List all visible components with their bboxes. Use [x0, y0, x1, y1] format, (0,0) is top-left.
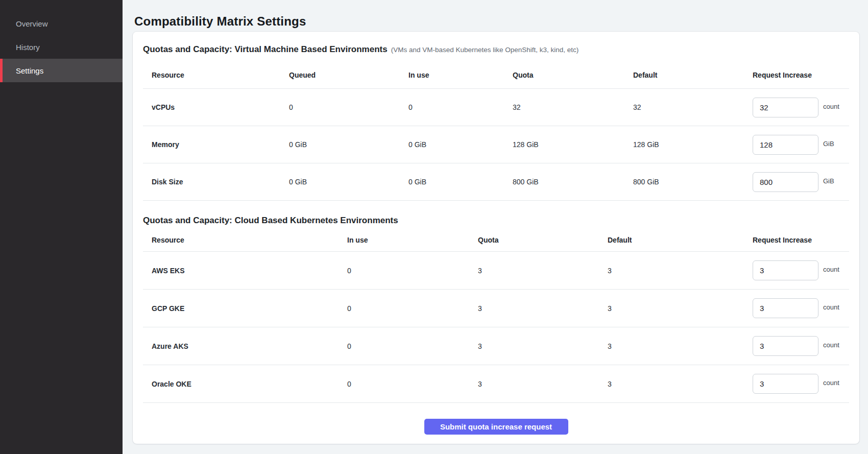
- unit-label: GiB: [823, 177, 834, 185]
- unit-label: count: [823, 103, 839, 110]
- table-row-oracle-oke: Oracle OKE 0 3 3 count: [143, 365, 849, 403]
- in-use-value: 0: [347, 267, 478, 275]
- col-header-queued: Queued: [289, 71, 408, 79]
- azure-aks-request-input[interactable]: [753, 336, 818, 356]
- resource-label: Oracle OKE: [143, 380, 347, 388]
- col-header-in-use: In use: [408, 71, 513, 79]
- col-header-resource: Resource: [143, 236, 347, 244]
- disk-size-request-input[interactable]: [753, 172, 818, 192]
- col-header-request-increase: Request Increase: [753, 71, 849, 79]
- sidebar-item-label: History: [16, 43, 40, 52]
- table-row-disk-size: Disk Size 0 GiB 0 GiB 800 GiB 800 GiB Gi…: [143, 163, 849, 201]
- default-value: 128 GiB: [633, 140, 753, 149]
- in-use-value: 0 GiB: [408, 178, 513, 186]
- sidebar-item-overview[interactable]: Overview: [0, 12, 123, 35]
- memory-request-input[interactable]: [753, 135, 818, 155]
- quota-value: 32: [513, 103, 633, 111]
- in-use-value: 0: [347, 380, 478, 388]
- table-row-gcp-gke: GCP GKE 0 3 3 count: [143, 290, 849, 327]
- table-row-azure-aks: Azure AKS 0 3 3 count: [143, 327, 849, 365]
- default-value: 800 GiB: [633, 178, 753, 186]
- cloud-table-header: Resource In use Quota Default Request In…: [143, 226, 849, 252]
- quota-settings-card: Quotas and Capacity: Virtual Machine Bas…: [133, 32, 859, 444]
- table-row-aws-eks: AWS EKS 0 3 3 count: [143, 252, 849, 290]
- table-row-vcpus: vCPUs 0 0 32 32 count: [143, 89, 849, 126]
- quota-value: 3: [478, 304, 608, 313]
- col-header-resource: Resource: [143, 71, 289, 79]
- col-header-default: Default: [608, 236, 753, 244]
- section-subtitle: (VMs and VM-based Kubernetes like OpenSh…: [391, 46, 579, 54]
- section-title-text: Quotas and Capacity: Cloud Based Kuberne…: [143, 216, 398, 225]
- main-content: Compatibility Matrix Settings Quotas and…: [123, 0, 868, 444]
- table-row-memory: Memory 0 GiB 0 GiB 128 GiB 128 GiB GiB: [143, 126, 849, 163]
- resource-label: Memory: [143, 140, 289, 149]
- queued-value: 0: [289, 103, 408, 111]
- in-use-value: 0 GiB: [408, 140, 513, 149]
- in-use-value: 0: [347, 342, 478, 350]
- default-value: 32: [633, 103, 753, 111]
- section-title-cloud-kubernetes: Quotas and Capacity: Cloud Based Kuberne…: [143, 201, 849, 226]
- unit-label: count: [823, 303, 839, 311]
- default-value: 3: [608, 304, 753, 313]
- queued-value: 0 GiB: [289, 178, 408, 186]
- queued-value: 0 GiB: [289, 140, 408, 149]
- col-header-default: Default: [633, 71, 753, 79]
- unit-label: count: [823, 341, 839, 349]
- oracle-oke-request-input[interactable]: [753, 374, 818, 394]
- sidebar-item-label: Overview: [16, 19, 48, 28]
- aws-eks-request-input[interactable]: [753, 260, 818, 280]
- quota-value: 800 GiB: [513, 178, 633, 186]
- col-header-in-use: In use: [347, 236, 478, 244]
- sidebar-item-settings[interactable]: Settings: [0, 59, 123, 82]
- section-title-text: Quotas and Capacity: Virtual Machine Bas…: [143, 44, 388, 54]
- page-title: Compatibility Matrix Settings: [133, 13, 859, 30]
- sidebar-item-history[interactable]: History: [0, 35, 123, 59]
- quota-value: 3: [478, 380, 608, 388]
- sidebar: Overview History Settings: [0, 0, 123, 454]
- section-title-vm-environments: Quotas and Capacity: Virtual Machine Bas…: [143, 32, 849, 56]
- col-header-quota: Quota: [513, 71, 633, 79]
- card-footer: Submit quota increase request: [143, 403, 849, 444]
- unit-label: count: [823, 379, 839, 387]
- unit-label: count: [823, 266, 839, 273]
- resource-label: Disk Size: [143, 178, 289, 186]
- resource-label: AWS EKS: [143, 267, 347, 275]
- quota-value: 3: [478, 267, 608, 275]
- col-header-quota: Quota: [478, 236, 608, 244]
- in-use-value: 0: [408, 103, 513, 111]
- default-value: 3: [608, 342, 753, 350]
- default-value: 3: [608, 380, 753, 388]
- quota-value: 3: [478, 342, 608, 350]
- vm-table-header: Resource Queued In use Quota Default Req…: [143, 56, 849, 89]
- quota-value: 128 GiB: [513, 140, 633, 149]
- submit-quota-increase-button[interactable]: Submit quota increase request: [424, 419, 568, 435]
- resource-label: GCP GKE: [143, 304, 347, 313]
- gcp-gke-request-input[interactable]: [753, 298, 818, 318]
- unit-label: GiB: [823, 140, 834, 148]
- col-header-request-increase: Request Increase: [753, 236, 849, 244]
- resource-label: Azure AKS: [143, 342, 347, 350]
- in-use-value: 0: [347, 304, 478, 313]
- default-value: 3: [608, 267, 753, 275]
- sidebar-item-label: Settings: [16, 66, 43, 75]
- resource-label: vCPUs: [143, 103, 289, 111]
- vcpus-request-input[interactable]: [753, 98, 818, 117]
